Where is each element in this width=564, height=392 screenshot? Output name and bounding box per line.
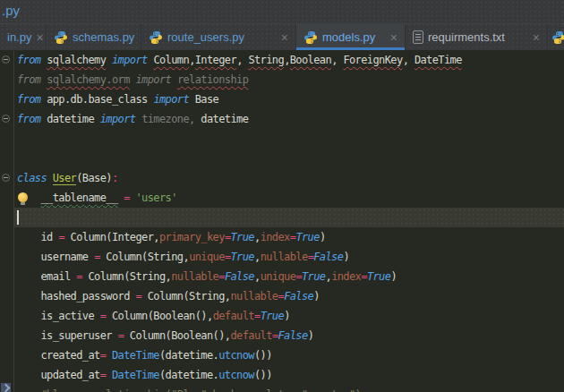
close-icon[interactable]: ×	[533, 31, 540, 44]
tab-schemas-py[interactable]: schemas.py ×	[47, 24, 141, 50]
code-token: )	[390, 270, 397, 283]
fold-collapse-icon[interactable]	[2, 174, 10, 182]
code-token: ,	[284, 54, 290, 66]
code-token: :	[112, 172, 118, 184]
code-token: is_active	[17, 310, 100, 322]
code-token: DateTime	[112, 369, 159, 381]
code-line-7[interactable]: __tablename__ = 'users'	[14, 188, 564, 208]
code-token	[171, 73, 177, 86]
code-line-14[interactable]: is_superuser = Column(Boolean(),default=…	[14, 326, 564, 345]
code-line-10[interactable]: username = Column(String,unique=True,nul…	[14, 247, 564, 267]
tab-requirments-txt[interactable]: requirments.txt ×	[406, 24, 548, 50]
code-token: from	[17, 93, 41, 106]
fold-collapse-icon[interactable]	[2, 55, 10, 64]
code-token: datetime	[47, 113, 94, 125]
code-line-9[interactable]: id = Column(Integer,primary_key=True,ind…	[14, 227, 564, 247]
tab-main-py[interactable]: in.py ×	[0, 24, 47, 50]
code-token: =	[254, 310, 261, 322]
code-token: id	[17, 231, 58, 243]
code-token	[106, 54, 112, 66]
code-line-6[interactable]: class User(Base):	[14, 168, 564, 188]
code-token: True	[231, 231, 255, 243]
code-line-2[interactable]: from app.db.base_class import Base	[14, 89, 564, 109]
code-token: False	[225, 270, 254, 283]
code-line-4[interactable]	[14, 129, 564, 149]
code-token: utcnow	[218, 369, 254, 381]
code-token: Column	[153, 54, 189, 66]
code-editor[interactable]: from sqlalchemy import Column,Integer, S…	[0, 50, 564, 392]
ide-window: .py in.py × schemas.py × route_u	[0, 0, 564, 392]
code-line-1[interactable]: from sqlalchemy.orm import relationship	[14, 70, 564, 89]
code-token: unique	[261, 270, 296, 283]
fold-collapse-icon[interactable]	[2, 115, 10, 123]
code-token: created_at	[17, 349, 100, 362]
code-token: #blogs = relationship("Blog",back_popula…	[17, 388, 361, 392]
python-icon	[54, 30, 68, 45]
code-area[interactable]: from sqlalchemy import Column,Integer, S…	[14, 50, 564, 392]
code-token: String	[248, 54, 284, 66]
code-line-5[interactable]	[14, 149, 564, 168]
clipped-tab-label[interactable]: .py	[2, 3, 20, 18]
code-token: index	[261, 231, 290, 243]
code-line-12[interactable]: hashed_password = Column(String,nullable…	[14, 286, 564, 306]
code-token: ,	[254, 231, 261, 243]
code-token: is_superuser	[17, 329, 118, 342]
code-line-11[interactable]: email = Column(String,nullable=False,uni…	[14, 267, 564, 286]
code-line-8[interactable]	[14, 208, 564, 227]
code-token: ,	[189, 54, 195, 66]
code-line-13[interactable]: is_active = Column(Boolean(),default=Tru…	[14, 306, 564, 326]
tab-partial-right[interactable]	[548, 24, 564, 50]
code-token: Boolean	[290, 54, 331, 66]
code-token: utcnow	[218, 349, 254, 362]
tab-label: models.py	[322, 30, 375, 44]
code-line-16[interactable]: updated_at= DateTime(datetime.utcnow())	[14, 365, 564, 385]
code-token: default	[213, 310, 254, 322]
tab-route-users-py[interactable]: route_users.py ×	[141, 24, 296, 50]
code-token: (Base)	[76, 172, 112, 184]
code-token: =	[218, 270, 225, 283]
code-token: Integer	[195, 54, 236, 66]
code-token	[130, 73, 136, 86]
code-line-0[interactable]: from sqlalchemy import Column,Integer, S…	[14, 50, 564, 70]
code-token: DateTime	[414, 54, 462, 66]
intention-bulb-icon[interactable]	[18, 192, 28, 202]
text-caret	[17, 210, 19, 225]
close-icon[interactable]: ×	[390, 31, 397, 44]
code-token: User	[53, 172, 77, 185]
close-icon[interactable]: ×	[281, 31, 288, 44]
code-token: ())	[254, 369, 272, 381]
code-token: =	[124, 192, 130, 204]
code-token: timezone,	[141, 113, 195, 125]
code-token: =	[272, 329, 278, 342]
tab-label: requirments.txt	[428, 30, 505, 44]
code-line-3[interactable]: from datetime import timezone, datetime	[14, 109, 564, 129]
code-token: False	[278, 329, 308, 342]
fold-marker-icon[interactable]	[1, 383, 11, 392]
code-token: sqlalchemy.orm	[47, 73, 130, 86]
tab-models-py[interactable]: models.py ×	[296, 24, 406, 50]
code-token: primary_key	[159, 231, 225, 243]
code-token: sqlalchemy	[47, 54, 106, 66]
editor-gutter	[0, 50, 14, 392]
code-token: hashed_password	[17, 290, 136, 303]
code-token: (datetime.	[159, 349, 218, 362]
code-token: ,	[403, 54, 414, 66]
code-token: ,	[331, 54, 343, 66]
code-line-15[interactable]: created_at= DateTime(datetime.utcnow())	[14, 345, 564, 365]
code-token: True	[302, 270, 326, 283]
tab-label: schemas.py	[73, 30, 134, 44]
code-token: ,	[236, 54, 248, 66]
code-token: from	[17, 113, 41, 125]
code-token: class	[17, 172, 47, 184]
code-token: Column(String,	[141, 290, 230, 303]
code-token: nullable	[171, 270, 218, 283]
code-token: Column(String,	[100, 251, 189, 263]
code-token: )	[313, 290, 320, 303]
code-token: True	[367, 270, 391, 283]
code-line-17[interactable]: #blogs = relationship("Blog",back_popula…	[14, 385, 564, 392]
code-token: True	[231, 251, 255, 263]
code-token: from	[17, 73, 41, 86]
code-token: =	[361, 270, 367, 283]
close-icon[interactable]: ×	[36, 31, 43, 44]
code-token	[94, 113, 100, 125]
